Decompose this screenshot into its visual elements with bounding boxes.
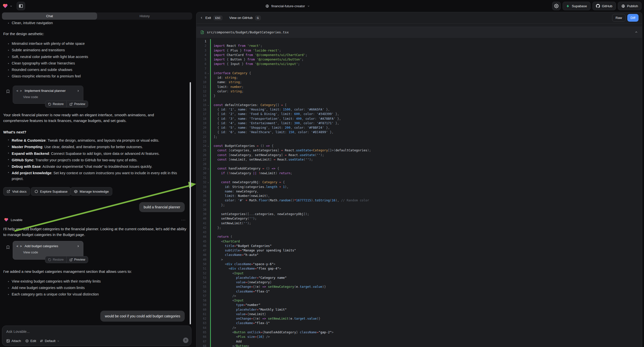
code-line: 58 <Input — [196, 298, 642, 303]
code-line: 1 — [196, 39, 642, 44]
bookmark-icon[interactable] — [6, 89, 10, 94]
code-line: 24⌄const BudgetCategories = () => { — [196, 144, 642, 148]
list-item: Debug with Ease: Activate our experiment… — [8, 164, 187, 170]
sidebar-toggle-button[interactable] — [17, 2, 25, 10]
restore-button[interactable]: Restore — [45, 101, 66, 107]
package-icon — [74, 190, 78, 194]
publish-button[interactable]: Publish — [618, 2, 642, 10]
code-panel: Exit ESC View on GitHub G Raw Diff src/c… — [196, 12, 642, 347]
code-line: 29⌄ const handleAddCategory = () => { — [196, 166, 642, 171]
code-line: 18 { id: '3', name: 'Transportation', li… — [196, 116, 642, 121]
code-line: 5import { Button } from '@/components/ui… — [196, 57, 642, 62]
attach-button[interactable]: Attach — [6, 339, 21, 343]
g-kbd: G — [255, 16, 261, 20]
code-line: 48 className="h-auto" — [196, 253, 642, 257]
preview-button[interactable]: Preview — [67, 256, 88, 263]
code-line: 64 /> — [196, 326, 642, 330]
list-item: Rounded corners and subtle shadows — [8, 68, 187, 72]
file-header[interactable]: src/components/budget/BudgetCategories.t… — [196, 27, 642, 38]
code-line: 4import ChartCard from '@/components/ui/… — [196, 53, 642, 57]
code-line: 47 subtitle="Manage your spending limits… — [196, 248, 642, 253]
code-line: 52 <Input — [196, 271, 642, 276]
assistant-paragraph: Your sleek financial planner is now read… — [3, 112, 178, 124]
mode-selector[interactable]: Default — [40, 339, 60, 343]
version-card-title: Implement financial planner — [25, 89, 66, 92]
code-line: 54 value={newCategory} — [196, 280, 642, 284]
restore-preview-pill: Restore Preview — [45, 256, 88, 263]
sliders-icon — [40, 339, 43, 343]
code-line: 37 }; — [196, 203, 642, 207]
code-line: 31 — [196, 176, 642, 180]
lovable-logo-icon[interactable] — [2, 3, 8, 9]
image-icon — [6, 339, 10, 343]
code-line: 44 return ( — [196, 234, 642, 239]
code-line: 9 id: string; — [196, 76, 642, 80]
visit-docs-button[interactable]: Visit docs — [3, 187, 30, 196]
chevron-down-icon[interactable] — [10, 5, 12, 8]
code-line: 28 — [196, 162, 642, 166]
code-line: 36 color: '#' + Math.floor(Math.random()… — [196, 198, 642, 202]
exit-button[interactable]: Exit — [205, 16, 211, 20]
list-item: Minimalist interface with plenty of whit… — [8, 42, 187, 46]
supabase-button[interactable]: Supabase — [562, 2, 590, 10]
explore-supabase-button[interactable]: Explore Supabase — [31, 187, 71, 196]
version-card-title: Add budget categories — [25, 244, 58, 248]
whats-next-heading: What's next? — [3, 129, 26, 135]
chat-history-tabs: Chat History — [2, 12, 192, 20]
view-code-link[interactable]: View code — [23, 250, 80, 254]
project-switcher[interactable]: financial-future-creator — [265, 0, 310, 12]
settings-button[interactable] — [552, 2, 560, 10]
chevron-up-icon — [634, 30, 638, 34]
code-editor[interactable]: 12import React from 'react';3import { Pl… — [196, 38, 642, 347]
chevron-down-icon — [57, 340, 60, 342]
globe-icon — [265, 4, 269, 8]
code-line: 39 setCategories([...categories, newCate… — [196, 212, 642, 216]
code-line: 23 — [196, 139, 642, 144]
restore-button[interactable]: Restore — [45, 256, 66, 263]
project-name: financial-future-creator — [271, 4, 305, 8]
diff-toggle-button[interactable]: Diff — [627, 14, 638, 22]
view-on-github-button[interactable]: View on GitHub — [229, 16, 253, 20]
preview-button[interactable]: Preview — [67, 101, 88, 107]
code-line: 50 <div className="space-y-6"> — [196, 262, 642, 266]
raw-toggle-button[interactable]: Raw — [612, 14, 626, 22]
edit-button[interactable]: Edit — [25, 339, 36, 343]
code-line: 65 <Button onClick={handleAddCategory} c… — [196, 330, 642, 334]
bookmark-icon[interactable] — [6, 245, 10, 250]
code-line: 34 name: newCategory, — [196, 189, 642, 194]
assistant-header: Lovable — [4, 218, 22, 222]
list-item: Each category gets a unique color for vi… — [8, 292, 187, 296]
code-line: 15⌄const defaultCategories: Category[] =… — [196, 103, 642, 107]
tab-history[interactable]: History — [97, 12, 192, 20]
code-line: 53 placeholder="Category name" — [196, 276, 642, 280]
code-line: 20 { id: '5', name: 'Shopping', limit: 2… — [196, 126, 642, 130]
code-line: 32⌄ const newCategoryObj: Category = { — [196, 180, 642, 184]
chat-input-box[interactable]: Ask Lovable... Attach Edit Default — [2, 326, 192, 346]
code-line: 40 setNewCategory(''); — [196, 216, 642, 221]
list-item: Soft, neutral color palette with light b… — [8, 55, 187, 59]
code-line: 30 if (!newCategory || !newLimit) return… — [196, 171, 642, 176]
code-line: 35 limit: Number(newLimit), — [196, 194, 642, 198]
view-code-link[interactable]: View code — [23, 95, 80, 99]
chat-scrollbar[interactable] — [190, 82, 191, 324]
target-icon — [25, 339, 29, 343]
code-line: 45 <ChartCard — [196, 239, 642, 244]
message-menu-button[interactable]: ··· — [181, 218, 186, 222]
tab-chat[interactable]: Chat — [2, 12, 97, 20]
code-line: 12 color: string; — [196, 89, 642, 94]
code-line: 3import { Plus } from 'lucide-react'; — [196, 48, 642, 53]
chevron-right-icon — [77, 245, 80, 248]
top-bar: financial-future-creator Supabase GitHub… — [0, 0, 644, 12]
external-link-icon — [7, 190, 10, 193]
code-line: 42 }; — [196, 226, 642, 230]
code-line: 59 type="number" — [196, 303, 642, 307]
manage-knowledge-button[interactable]: Manage knowledge — [70, 187, 112, 196]
code-line: 68 </Button> — [196, 344, 642, 347]
code-line: 60 placeholder="Monthly limit" — [196, 308, 642, 312]
collapse-file-button[interactable] — [634, 30, 638, 34]
github-button[interactable]: GitHub — [592, 2, 616, 10]
send-button[interactable] — [183, 338, 188, 343]
chevron-right-icon — [77, 89, 80, 92]
code-line: 61 value={newLimit} — [196, 312, 642, 316]
code-line: 2import React from 'react'; — [196, 44, 642, 48]
